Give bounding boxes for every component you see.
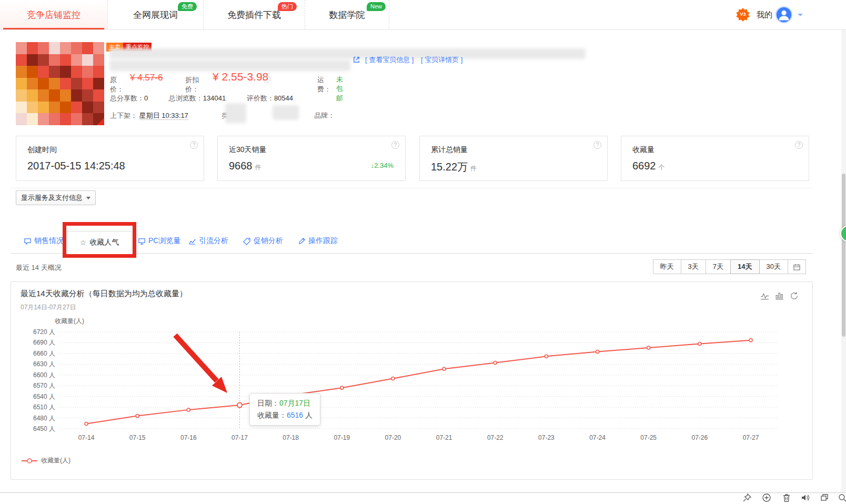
svg-text:6480 人: 6480 人 — [33, 415, 55, 422]
bottom-toolbar-divider — [0, 492, 846, 493]
overview-label: 最近 14 天概况 — [16, 263, 62, 273]
card-total-sales: 累计总销量 15.22万件 ? — [419, 136, 608, 181]
svg-text:6600 人: 6600 人 — [33, 371, 55, 379]
line-chart[interactable]: 收藏量(人)6450 人6480 人6510 人6540 人6570 人6600… — [11, 282, 813, 480]
trend-chart-icon — [188, 237, 196, 245]
active-tab-underline — [3, 28, 104, 29]
tab-traffic-analysis[interactable]: 引流分析 — [188, 236, 228, 246]
range-label: 7天 — [713, 262, 723, 271]
help-icon[interactable]: ? — [190, 141, 198, 149]
calendar-icon — [793, 263, 801, 271]
freight-value: 未包邮 — [336, 75, 343, 103]
svg-text:6690 人: 6690 人 — [33, 339, 55, 346]
chart-tooltip: 日期：07月17日 收藏量：6516 人 — [249, 393, 320, 426]
blurred-product-title-line1 — [109, 48, 586, 59]
svg-text:07-22: 07-22 — [487, 434, 503, 441]
chart-legend[interactable]: 收藏量(人) — [22, 456, 70, 465]
help-icon[interactable]: ? — [795, 141, 803, 149]
card-title: 收藏量 — [632, 145, 654, 155]
discount-price-label: 折扣价： — [185, 75, 199, 94]
shelf-time-value[interactable]: 星期日 10:33:17 — [139, 112, 188, 120]
help-icon[interactable]: ? — [391, 141, 399, 149]
help-icon[interactable]: ? — [263, 75, 270, 83]
card-value: 15.22万 — [431, 161, 468, 173]
date-range-group: 昨天 3天 7天 14天 30天 — [653, 259, 806, 274]
range-14day[interactable]: 14天 — [730, 259, 759, 274]
nav-tab-label: 免费插件下载 — [227, 9, 281, 21]
legend-marker-icon — [22, 458, 37, 464]
shelf-row: 上下架： 星期日 10:33:17 类目： 品牌： — [110, 111, 335, 120]
nav-tab-shop-monitor[interactable]: 竞争店铺监控 — [0, 0, 107, 29]
view-count-value: 134041 — [203, 94, 226, 102]
help-icon[interactable]: ? — [593, 141, 601, 149]
toggle-button-label: 显示服务及支付信息 — [21, 193, 83, 203]
account-dropdown-caret[interactable] — [798, 14, 803, 19]
calendar-button[interactable] — [788, 259, 806, 274]
chat-icon — [24, 237, 32, 245]
range-7day[interactable]: 7天 — [706, 259, 731, 274]
svg-text:6630 人: 6630 人 — [33, 360, 55, 368]
share-count-label: 总分享数： — [110, 94, 144, 102]
pin-icon[interactable] — [742, 493, 752, 502]
external-link-icon[interactable] — [352, 56, 360, 66]
view-item-info-link[interactable]: [ 查看宝贝信息 ] — [365, 55, 414, 65]
annotate-icon[interactable] — [762, 493, 771, 502]
badge-new: New — [367, 2, 386, 11]
range-label: 14天 — [738, 262, 752, 271]
pencil-icon — [298, 237, 306, 245]
card-30day-sales: 近30天销量 9668件 ↓2.34% ? — [217, 136, 406, 181]
blurred-category-value — [225, 103, 246, 123]
tab-label: 收藏人气 — [89, 238, 119, 247]
card-value: 2017-05-15 14:25:48 — [27, 160, 125, 172]
discount-price-value: ¥ 2.55-3.98 — [213, 70, 268, 83]
review-count-label: 评价数： — [247, 94, 274, 102]
speaker-icon[interactable] — [800, 493, 810, 502]
card-unit: 件 — [470, 165, 477, 172]
my-account-link[interactable]: 我的 — [757, 10, 772, 20]
original-price-label: 原价： — [110, 75, 124, 94]
tooltip-count-value: 6516 — [287, 411, 303, 419]
svg-text:07-14: 07-14 — [78, 434, 95, 441]
window-restore-icon[interactable] — [820, 493, 829, 502]
monitor-icon — [138, 237, 146, 245]
product-image[interactable] — [16, 42, 104, 125]
card-title: 创建时间 — [27, 145, 57, 155]
tab-promotion-analysis[interactable]: 促销分析 — [243, 236, 283, 246]
svg-text:6570 人: 6570 人 — [33, 382, 55, 389]
top-navbar: 竞争店铺监控 全网展现词 免费插件下载 数据学院 免费 热门 New V3 我的 — [0, 0, 846, 30]
svg-text:6720 人: 6720 人 — [33, 328, 55, 336]
tab-label: 销售情况 — [34, 236, 64, 246]
badge-free: 免费 — [178, 2, 197, 11]
nav-tab-label: 数据学院 — [329, 9, 365, 21]
svg-text:07-20: 07-20 — [385, 434, 401, 441]
tooltip-count-unit: 人 — [305, 411, 313, 419]
nav-tab-label: 竞争店铺监控 — [27, 9, 80, 21]
freight-label: 运费： — [317, 75, 331, 94]
tooltip-count-label: 收藏量： — [257, 411, 287, 419]
range-30day[interactable]: 30天 — [759, 259, 788, 274]
card-unit: 件 — [255, 164, 261, 171]
tab-pc-views[interactable]: PC浏览量 — [138, 236, 180, 246]
star-icon: ☆ — [80, 238, 87, 247]
range-3day[interactable]: 3天 — [681, 259, 706, 274]
range-yesterday[interactable]: 昨天 — [653, 259, 681, 274]
svg-text:6450 人: 6450 人 — [33, 425, 55, 432]
tab-label: 促销分析 — [254, 236, 283, 246]
user-avatar[interactable] — [776, 6, 792, 23]
tab-operation-tracking[interactable]: 操作跟踪 — [298, 236, 338, 246]
vip-level-icon[interactable]: V3 — [736, 7, 750, 22]
sales-delta-down: ↓2.34% — [371, 162, 394, 169]
trash-icon[interactable] — [782, 493, 791, 502]
item-detail-page-link[interactable]: [ 宝贝详情页 ] — [421, 55, 462, 65]
card-value: 9668 — [229, 160, 253, 172]
tab-sales-status[interactable]: 销售情况 — [24, 236, 64, 246]
card-title: 近30天销量 — [229, 145, 267, 155]
svg-text:6510 人: 6510 人 — [33, 404, 55, 411]
blurred-brand-value — [273, 105, 299, 120]
tab-favorite-popularity[interactable]: ☆ 收藏人气 — [67, 231, 132, 254]
show-service-payment-button[interactable]: 显示服务及支付信息 — [16, 190, 96, 205]
scrollbar-thumb[interactable] — [842, 174, 845, 337]
chevron-down-icon — [86, 197, 90, 201]
tag-icon — [243, 237, 251, 245]
search-icon[interactable] — [838, 493, 846, 502]
